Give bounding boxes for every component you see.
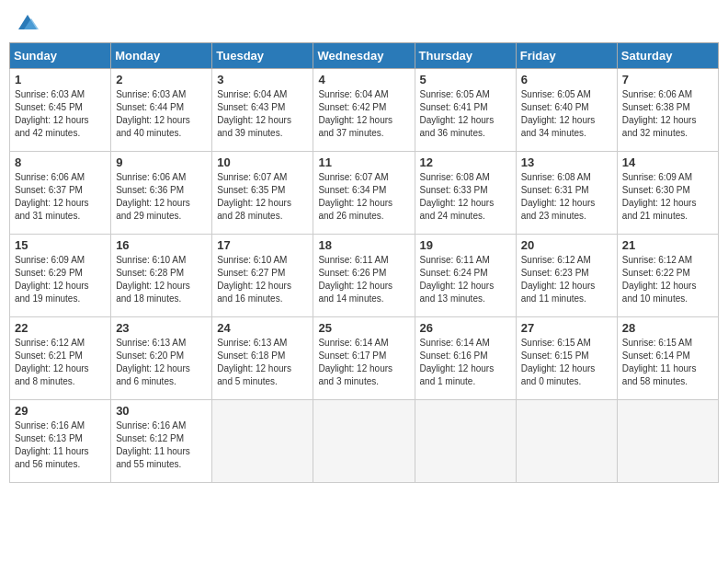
day-info: Sunrise: 6:04 AM Sunset: 6:42 PM Dayligh…: [318, 88, 409, 140]
calendar-table: SundayMondayTuesdayWednesdayThursdayFrid…: [9, 42, 719, 483]
day-number: 18: [318, 238, 409, 252]
calendar-day: 30Sunrise: 6:16 AM Sunset: 6:12 PM Dayli…: [111, 400, 212, 483]
calendar-day: [212, 400, 313, 483]
day-number: 3: [217, 73, 308, 86]
calendar-day: [617, 400, 718, 483]
day-number: 2: [116, 73, 207, 86]
day-number: 12: [420, 155, 511, 169]
day-info: Sunrise: 6:04 AM Sunset: 6:43 PM Dayligh…: [217, 88, 308, 140]
calendar-header-row: SundayMondayTuesdayWednesdayThursdayFrid…: [10, 43, 719, 69]
day-number: 25: [318, 321, 409, 335]
calendar-day: 10Sunrise: 6:07 AM Sunset: 6:35 PM Dayli…: [212, 152, 313, 235]
day-number: 11: [318, 155, 409, 169]
day-number: 15: [15, 238, 106, 252]
day-number: 5: [420, 73, 511, 86]
calendar-week-4: 22Sunrise: 6:12 AM Sunset: 6:21 PM Dayli…: [10, 317, 719, 400]
calendar-day: 22Sunrise: 6:12 AM Sunset: 6:21 PM Dayli…: [10, 317, 111, 400]
calendar-day: 7Sunrise: 6:06 AM Sunset: 6:38 PM Daylig…: [617, 69, 718, 152]
day-info: Sunrise: 6:13 AM Sunset: 6:20 PM Dayligh…: [116, 337, 207, 388]
day-info: Sunrise: 6:05 AM Sunset: 6:41 PM Dayligh…: [420, 88, 511, 140]
calendar-day: 3Sunrise: 6:04 AM Sunset: 6:43 PM Daylig…: [212, 69, 313, 152]
day-number: 30: [116, 404, 207, 418]
day-number: 22: [15, 321, 106, 335]
day-info: Sunrise: 6:07 AM Sunset: 6:35 PM Dayligh…: [217, 171, 308, 223]
header-wednesday: Wednesday: [313, 43, 415, 69]
day-info: Sunrise: 6:03 AM Sunset: 6:45 PM Dayligh…: [15, 88, 106, 140]
day-info: Sunrise: 6:11 AM Sunset: 6:24 PM Dayligh…: [420, 254, 511, 305]
day-info: Sunrise: 6:06 AM Sunset: 6:36 PM Dayligh…: [116, 171, 207, 223]
calendar-day: 1Sunrise: 6:03 AM Sunset: 6:45 PM Daylig…: [10, 69, 111, 152]
day-number: 27: [521, 321, 612, 335]
day-number: 10: [217, 155, 308, 169]
day-info: Sunrise: 6:14 AM Sunset: 6:16 PM Dayligh…: [420, 337, 511, 388]
calendar-day: 20Sunrise: 6:12 AM Sunset: 6:23 PM Dayli…: [516, 235, 617, 317]
calendar-day: 2Sunrise: 6:03 AM Sunset: 6:44 PM Daylig…: [111, 69, 212, 152]
day-info: Sunrise: 6:12 AM Sunset: 6:22 PM Dayligh…: [622, 254, 713, 305]
calendar-day: 5Sunrise: 6:05 AM Sunset: 6:41 PM Daylig…: [415, 69, 516, 152]
day-info: Sunrise: 6:08 AM Sunset: 6:31 PM Dayligh…: [521, 171, 612, 223]
day-info: Sunrise: 6:07 AM Sunset: 6:34 PM Dayligh…: [318, 171, 409, 223]
calendar-day: 28Sunrise: 6:15 AM Sunset: 6:14 PM Dayli…: [617, 317, 718, 400]
calendar-day: 21Sunrise: 6:12 AM Sunset: 6:22 PM Dayli…: [617, 235, 718, 317]
day-number: 14: [622, 155, 713, 169]
day-number: 19: [420, 238, 511, 252]
calendar-day: [415, 400, 516, 483]
calendar-day: 6Sunrise: 6:05 AM Sunset: 6:40 PM Daylig…: [516, 69, 617, 152]
day-info: Sunrise: 6:11 AM Sunset: 6:26 PM Dayligh…: [318, 254, 409, 305]
calendar-day: 11Sunrise: 6:07 AM Sunset: 6:34 PM Dayli…: [313, 152, 415, 235]
day-info: Sunrise: 6:05 AM Sunset: 6:40 PM Dayligh…: [521, 88, 612, 140]
day-number: 24: [217, 321, 308, 335]
logo-icon: [15, 9, 40, 35]
header-saturday: Saturday: [617, 43, 718, 69]
calendar-day: 15Sunrise: 6:09 AM Sunset: 6:29 PM Dayli…: [10, 235, 111, 317]
day-info: Sunrise: 6:06 AM Sunset: 6:37 PM Dayligh…: [15, 171, 106, 223]
day-info: Sunrise: 6:09 AM Sunset: 6:29 PM Dayligh…: [15, 254, 106, 305]
day-info: Sunrise: 6:12 AM Sunset: 6:21 PM Dayligh…: [15, 337, 106, 388]
page-header: [9, 9, 719, 35]
day-number: 4: [318, 73, 409, 86]
calendar-day: 14Sunrise: 6:09 AM Sunset: 6:30 PM Dayli…: [617, 152, 718, 235]
day-number: 28: [622, 321, 713, 335]
day-info: Sunrise: 6:03 AM Sunset: 6:44 PM Dayligh…: [116, 88, 207, 140]
day-number: 29: [15, 404, 106, 418]
day-number: 21: [622, 238, 713, 252]
day-number: 7: [622, 73, 713, 86]
header-sunday: Sunday: [10, 43, 111, 69]
calendar-day: 13Sunrise: 6:08 AM Sunset: 6:31 PM Dayli…: [516, 152, 617, 235]
calendar-day: 12Sunrise: 6:08 AM Sunset: 6:33 PM Dayli…: [415, 152, 516, 235]
calendar-day: [313, 400, 415, 483]
day-number: 8: [15, 155, 106, 169]
day-info: Sunrise: 6:15 AM Sunset: 6:14 PM Dayligh…: [622, 337, 713, 388]
day-info: Sunrise: 6:06 AM Sunset: 6:38 PM Dayligh…: [622, 88, 713, 140]
header-monday: Monday: [111, 43, 212, 69]
calendar-day: 27Sunrise: 6:15 AM Sunset: 6:15 PM Dayli…: [516, 317, 617, 400]
day-number: 17: [217, 238, 308, 252]
calendar-day: 19Sunrise: 6:11 AM Sunset: 6:24 PM Dayli…: [415, 235, 516, 317]
day-number: 20: [521, 238, 612, 252]
calendar-week-1: 1Sunrise: 6:03 AM Sunset: 6:45 PM Daylig…: [10, 69, 719, 152]
calendar-day: 23Sunrise: 6:13 AM Sunset: 6:20 PM Dayli…: [111, 317, 212, 400]
calendar-day: [516, 400, 617, 483]
day-info: Sunrise: 6:15 AM Sunset: 6:15 PM Dayligh…: [521, 337, 612, 388]
header-thursday: Thursday: [415, 43, 516, 69]
calendar-day: 25Sunrise: 6:14 AM Sunset: 6:17 PM Dayli…: [313, 317, 415, 400]
calendar-day: 4Sunrise: 6:04 AM Sunset: 6:42 PM Daylig…: [313, 69, 415, 152]
day-info: Sunrise: 6:10 AM Sunset: 6:28 PM Dayligh…: [116, 254, 207, 305]
calendar-day: 26Sunrise: 6:14 AM Sunset: 6:16 PM Dayli…: [415, 317, 516, 400]
calendar-day: 16Sunrise: 6:10 AM Sunset: 6:28 PM Dayli…: [111, 235, 212, 317]
calendar-day: 9Sunrise: 6:06 AM Sunset: 6:36 PM Daylig…: [111, 152, 212, 235]
header-friday: Friday: [516, 43, 617, 69]
day-info: Sunrise: 6:10 AM Sunset: 6:27 PM Dayligh…: [217, 254, 308, 305]
day-number: 16: [116, 238, 207, 252]
day-info: Sunrise: 6:12 AM Sunset: 6:23 PM Dayligh…: [521, 254, 612, 305]
day-info: Sunrise: 6:16 AM Sunset: 6:12 PM Dayligh…: [116, 419, 207, 471]
day-number: 26: [420, 321, 511, 335]
calendar-day: 18Sunrise: 6:11 AM Sunset: 6:26 PM Dayli…: [313, 235, 415, 317]
day-number: 13: [521, 155, 612, 169]
calendar-day: 29Sunrise: 6:16 AM Sunset: 6:13 PM Dayli…: [10, 400, 111, 483]
calendar-day: 8Sunrise: 6:06 AM Sunset: 6:37 PM Daylig…: [10, 152, 111, 235]
calendar-week-2: 8Sunrise: 6:06 AM Sunset: 6:37 PM Daylig…: [10, 152, 719, 235]
day-number: 9: [116, 155, 207, 169]
calendar-day: 17Sunrise: 6:10 AM Sunset: 6:27 PM Dayli…: [212, 235, 313, 317]
day-info: Sunrise: 6:14 AM Sunset: 6:17 PM Dayligh…: [318, 337, 409, 388]
